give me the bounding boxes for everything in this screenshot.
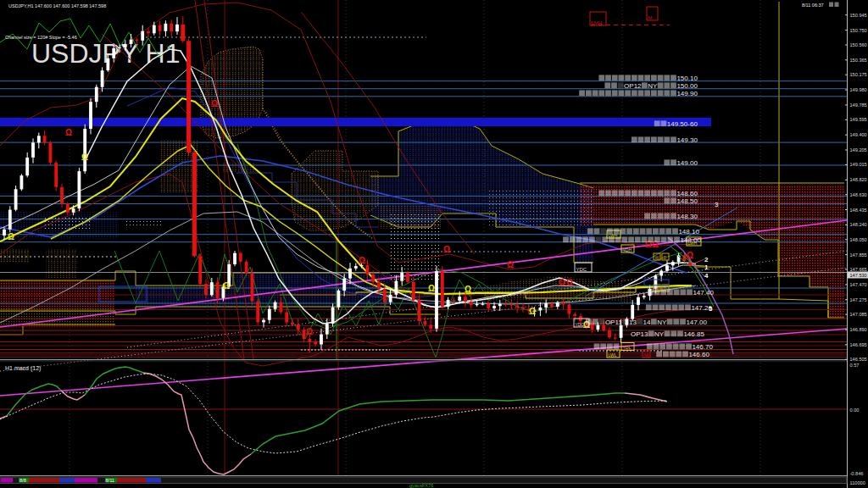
svg-text:150.175: 150.175: [850, 72, 867, 77]
svg-text:149.400: 149.400: [850, 132, 867, 137]
svg-text:0.57: 0.57: [850, 363, 860, 368]
svg-text:Ω: Ω: [687, 251, 693, 260]
svg-text:148.630: 148.630: [850, 192, 867, 197]
svg-text:USDJPY H1: USDJPY H1: [31, 38, 180, 69]
svg-text:Ω: Ω: [223, 281, 230, 291]
svg-text:147.40: 147.40: [693, 289, 714, 297]
svg-text:146.85: 146.85: [683, 330, 704, 338]
svg-text:YDL: YDL: [623, 345, 632, 350]
svg-text:148.30: 148.30: [676, 213, 698, 220]
svg-text:146.505: 146.505: [850, 357, 867, 362]
svg-text:Ω: Ω: [211, 99, 218, 108]
svg-text:Ω: Ω: [8, 232, 14, 241]
svg-text:NY: NY: [648, 82, 658, 90]
svg-text:147.855: 147.855: [850, 252, 867, 258]
svg-text:0.00: 0.00: [850, 408, 860, 413]
svg-text:YDO: YDO: [576, 322, 585, 327]
svg-text:110000: 110000: [850, 480, 865, 485]
svg-text:147.470: 147.470: [850, 282, 867, 287]
svg-text:149.785: 149.785: [850, 103, 867, 108]
svg-text:148.435: 148.435: [850, 208, 867, 213]
svg-text:148.240: 148.240: [850, 222, 867, 227]
svg-text:NY: NY: [654, 330, 665, 338]
svg-text:Ω: Ω: [529, 307, 536, 316]
svg-text:USDJPY,H1 147.600 147.600 147: USDJPY,H1 147.600 147.600 147.598 147.59…: [8, 3, 106, 8]
svg-text:149.595: 149.595: [850, 117, 867, 122]
svg-text:150.750: 150.750: [850, 28, 867, 33]
svg-text:148.10: 148.10: [678, 228, 699, 236]
svg-text:149.90: 149.90: [676, 90, 698, 97]
svg-text:Ω: Ω: [306, 327, 313, 336]
svg-text:149.50-60: 149.50-60: [667, 120, 698, 128]
svg-text:3: 3: [715, 201, 719, 208]
svg-text:Ω: Ω: [566, 278, 573, 287]
svg-text:149.205: 149.205: [850, 147, 867, 152]
svg-text:147.085: 147.085: [850, 312, 867, 317]
svg-text:-0.846: -0.846: [850, 471, 864, 476]
svg-text:147.665: 147.665: [850, 267, 867, 272]
svg-text:LMH: LMH: [592, 20, 603, 25]
svg-text:149.00: 149.00: [676, 159, 698, 167]
svg-text:148.50: 148.50: [676, 197, 698, 205]
svg-text:146.695: 146.695: [850, 342, 867, 347]
svg-text:4: 4: [704, 272, 709, 280]
svg-text:D: D: [664, 255, 667, 260]
svg-text:Ω: Ω: [359, 256, 365, 265]
svg-text:Ω: Ω: [465, 285, 471, 294]
svg-text:150.365: 150.365: [850, 58, 867, 63]
svg-text:146.60: 146.60: [688, 351, 709, 358]
svg-text:13: 13: [629, 319, 637, 326]
svg-text:147.275: 147.275: [850, 297, 867, 302]
svg-text:146.70: 146.70: [692, 343, 713, 351]
svg-text:YDH: YDH: [623, 247, 632, 252]
svg-text:149.30: 149.30: [676, 136, 698, 144]
svg-text:147.20: 147.20: [691, 304, 712, 312]
svg-text:M: M: [644, 352, 648, 358]
svg-text:gyaosFX76: gyaosFX76: [409, 483, 433, 488]
svg-text:W: W: [655, 255, 659, 260]
svg-text:147.530: 147.530: [850, 273, 867, 278]
svg-text:NY: NY: [657, 319, 667, 326]
svg-text:OP11: OP11: [605, 319, 622, 326]
svg-text:Ω: Ω: [65, 128, 72, 137]
svg-text:14: 14: [643, 319, 651, 326]
svg-text:H1 macd (12): H1 macd (12): [5, 365, 41, 372]
svg-text:8/11: 8/11: [106, 478, 114, 483]
svg-text:OP13: OP13: [631, 330, 648, 338]
svg-text:Ω: Ω: [81, 152, 88, 162]
svg-text:OP12: OP12: [624, 82, 642, 90]
svg-text:148.050: 148.050: [850, 237, 867, 242]
svg-text:Ω: Ω: [559, 278, 565, 287]
svg-text:150.10: 150.10: [676, 75, 698, 82]
svg-text:146.890: 146.890: [850, 327, 867, 332]
svg-text:148.00: 148.00: [680, 236, 701, 244]
svg-text:Ω: Ω: [428, 284, 435, 293]
svg-text:1: 1: [704, 263, 709, 271]
svg-text:150.560: 150.560: [850, 42, 867, 47]
svg-text:Channel size = 120# Slope = -5: Channel size = 120# Slope = -5.46: [5, 35, 77, 40]
svg-text:149.015: 149.015: [850, 162, 867, 167]
svg-text:147.00: 147.00: [686, 319, 707, 326]
svg-text:148.60: 148.60: [676, 190, 698, 197]
svg-text:M: M: [648, 15, 653, 20]
svg-text:150.945: 150.945: [850, 13, 867, 18]
svg-text:Ω: Ω: [443, 245, 450, 254]
svg-text:YDC: YDC: [576, 267, 587, 272]
svg-text:150.00: 150.00: [676, 82, 698, 90]
svg-text:8/8: 8/8: [19, 478, 26, 483]
svg-text:2: 2: [704, 256, 709, 263]
svg-text:Ω: Ω: [507, 260, 514, 269]
svg-text:149.980: 149.980: [850, 87, 867, 92]
svg-text:LWL: LWL: [609, 352, 617, 358]
svg-text:148.820: 148.820: [850, 177, 867, 182]
svg-text:8/11 06:37: 8/11 06:37: [802, 3, 824, 8]
